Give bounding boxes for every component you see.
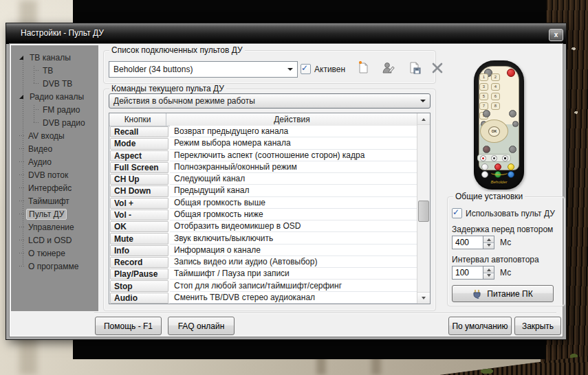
- sidebar-item-label: LCD и OSD: [26, 235, 74, 246]
- button-name-cell[interactable]: Aspect: [110, 150, 168, 161]
- remote-active-checkbox[interactable]: Активен: [301, 64, 345, 74]
- sidebar-item-audio[interactable]: Аудио: [19, 155, 54, 168]
- action-cell[interactable]: Переключить аспект (соотношение сторон) …: [170, 150, 417, 161]
- table-row: CH DownПредыдущий канал: [109, 185, 417, 196]
- button-name-cell[interactable]: CH Down: [110, 185, 168, 196]
- spin-down-button[interactable]: [483, 273, 494, 280]
- close-button[interactable]: Закрыть: [514, 317, 561, 335]
- remote-active-label: Активен: [314, 65, 345, 74]
- button-name-cell[interactable]: Mode: [110, 138, 168, 149]
- remote-record-button: [480, 155, 486, 161]
- sidebar-item-fm-radio[interactable]: FM радио: [34, 103, 82, 116]
- spin-up-button[interactable]: [483, 266, 494, 273]
- button-name-cell[interactable]: Mute: [110, 233, 168, 244]
- sidebar-item-tv-channels[interactable]: ТВ каналы: [19, 51, 73, 64]
- sidebar-item-remote-control[interactable]: Пульт ДУ: [19, 207, 67, 220]
- connected-remotes-group: Список подключенных пультов ДУ Beholder …: [103, 50, 436, 84]
- title-bar[interactable]: Настройки - Пульт ДУ x: [6, 23, 566, 44]
- repeat-delay-input[interactable]: [452, 236, 483, 249]
- action-cell[interactable]: Отобразить видеомикшер в OSD: [170, 220, 417, 232]
- button-name-cell[interactable]: Vol -: [110, 209, 168, 220]
- triangle-up-icon: [487, 266, 491, 271]
- table-scrollbar[interactable]: [417, 113, 430, 304]
- action-cell[interactable]: Режим выбора номера канала: [170, 137, 417, 149]
- sidebar-item-about-program[interactable]: О программе: [19, 260, 80, 273]
- button-name-cell[interactable]: CH Up: [110, 174, 168, 185]
- pc-power-label: Питание ПК: [487, 289, 532, 299]
- command-mode-value: Действия в обычном режиме работы: [113, 96, 255, 106]
- sidebar-item-tv[interactable]: ТВ: [34, 64, 55, 77]
- sidebar-item-lcd-osd[interactable]: LCD и OSD: [19, 234, 74, 247]
- sidebar-item-av-inputs[interactable]: AV входы: [19, 129, 67, 142]
- sidebar-item-timeshift[interactable]: Таймшифт: [19, 194, 72, 207]
- button-name-cell[interactable]: OK: [110, 221, 168, 232]
- button-name-cell[interactable]: Record: [110, 257, 168, 268]
- new-remote-button[interactable]: [353, 59, 371, 77]
- button-name-cell[interactable]: Play/Pause: [110, 269, 168, 280]
- faq-online-button[interactable]: FAQ онлайн: [168, 317, 235, 335]
- sidebar-item-label: О программе: [26, 261, 80, 272]
- sidebar-item-video[interactable]: Видео: [19, 142, 54, 155]
- remote-recall-button: [483, 110, 490, 117]
- action-cell[interactable]: Информация о канале: [170, 245, 417, 256]
- spin-up-button[interactable]: [483, 236, 494, 242]
- button-name-cell[interactable]: Audio: [110, 293, 168, 304]
- remote-select-combobox[interactable]: Beholder (34 buttons): [109, 61, 298, 78]
- delete-remote-button[interactable]: [428, 59, 446, 77]
- save-remote-button[interactable]: [406, 59, 424, 77]
- current-remote-commands-group: Команды текущего пульта ДУ Действия в об…: [103, 89, 436, 311]
- remote-ok-button: OK: [488, 126, 500, 137]
- tree-expander-icon[interactable]: [19, 95, 23, 99]
- defaults-button[interactable]: По умолчанию: [448, 317, 512, 335]
- sidebar-item-interface[interactable]: Интерфейс: [19, 181, 74, 194]
- sidebar-item-about-tuner[interactable]: О тюнере: [19, 247, 67, 260]
- button-name-cell[interactable]: Info: [110, 245, 168, 256]
- action-cell[interactable]: Стоп для любой записи/таймшифт/серфинг: [170, 280, 417, 291]
- action-cell[interactable]: Общая громкость ниже: [170, 209, 417, 220]
- button-name-cell[interactable]: Full Screen: [110, 162, 168, 173]
- scroll-up-button[interactable]: [417, 113, 430, 125]
- scrollbar-thumb[interactable]: [418, 201, 429, 222]
- sidebar-item-radio-channels[interactable]: Радио каналы: [19, 90, 86, 103]
- close-window-button[interactable]: x: [549, 29, 563, 41]
- spin-down-button[interactable]: [483, 242, 494, 249]
- action-cell[interactable]: Предыдущий канал: [170, 185, 417, 196]
- table-header-row: Кнопки Действия: [109, 113, 417, 126]
- triangle-down-icon: [487, 274, 491, 279]
- tree-connector-stub: [34, 109, 39, 110]
- tree-connector-stub: [34, 70, 39, 71]
- use-remote-checkbox[interactable]: Использовать пульт ДУ: [452, 208, 555, 218]
- button-name-cell[interactable]: Stop: [110, 280, 168, 291]
- pc-power-button[interactable]: Питание ПК: [452, 285, 554, 302]
- repeat-interval-input[interactable]: [452, 266, 483, 280]
- edit-remote-button[interactable]: [380, 59, 398, 77]
- button-name-cell[interactable]: Recall: [110, 126, 168, 137]
- sidebar-item-label: Аудио: [26, 157, 54, 168]
- command-mode-combobox[interactable]: Действия в обычном режиме работы: [109, 93, 431, 109]
- column-header-buttons: Кнопки: [109, 113, 166, 126]
- desktop: Настройки - Пульт ДУ x ТВ каналыТВDVB ТВ…: [0, 0, 588, 375]
- remote-control-image: 1234567890 OK: [474, 60, 524, 190]
- column-header-actions: Действия: [166, 113, 417, 126]
- action-cell[interactable]: Запись видео или аудио (Автовыбор): [170, 256, 417, 268]
- action-cell[interactable]: Следующий канал: [170, 173, 417, 185]
- remote-select-value: Beholder (34 buttons): [113, 65, 193, 74]
- remote-info-button: [509, 146, 516, 153]
- sidebar-item-dvb-tv[interactable]: DVB ТВ: [34, 77, 74, 90]
- action-cell[interactable]: Полноэкранный/оконный режим: [170, 161, 417, 173]
- help-button[interactable]: Помощь - F1: [95, 317, 162, 335]
- button-name-cell[interactable]: Vol +: [110, 198, 168, 209]
- scroll-down-button[interactable]: [417, 292, 430, 304]
- table-row: RecallВозврат предыдущего канала: [109, 126, 417, 137]
- table-row: OKОтобразить видеомикшер в OSD: [109, 220, 417, 232]
- sidebar-item-dvb-stream[interactable]: DVB поток: [19, 168, 70, 181]
- action-cell[interactable]: Сменить ТВ/DVB стерео аудиоканал: [170, 292, 417, 304]
- remote-digit-button: 3: [479, 83, 488, 91]
- sidebar-item-dvb-radio[interactable]: DVB радио: [34, 116, 87, 129]
- action-cell[interactable]: Звук включить/выключить: [170, 232, 417, 244]
- action-cell[interactable]: Общая громкость выше: [170, 197, 417, 209]
- action-cell[interactable]: Возврат предыдущего канала: [170, 126, 417, 137]
- sidebar-item-control[interactable]: Управление: [19, 220, 76, 234]
- action-cell[interactable]: Таймшифт / Пауза при записи: [170, 268, 417, 280]
- tree-expander-icon[interactable]: [19, 56, 23, 60]
